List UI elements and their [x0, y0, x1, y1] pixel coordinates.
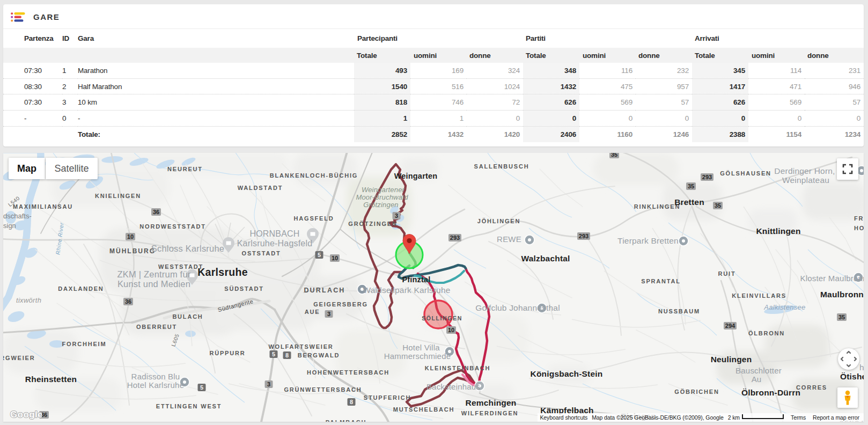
svg-text:Hammerschmiede: Hammerschmiede	[384, 351, 451, 361]
svg-text:Weingarten: Weingarten	[394, 172, 438, 180]
svg-text:Radisson Blu: Radisson Blu	[131, 372, 180, 381]
svg-text:Tierpark Bretten: Tierpark Bretten	[617, 236, 679, 245]
svg-text:Ötishe: Ötishe	[840, 372, 864, 381]
svg-text:35: 35	[688, 183, 694, 189]
svg-text:8: 8	[285, 352, 289, 358]
svg-text:Kunst und Medien: Kunst und Medien	[117, 279, 190, 289]
svg-text:RÜPPURR: RÜPPURR	[210, 350, 246, 356]
svg-text:293: 293	[579, 233, 589, 239]
svg-text:8: 8	[350, 399, 353, 405]
svg-text:GÖBRICHEN: GÖBRICHEN	[674, 389, 719, 395]
svg-text:HOHENWETTERSBACH: HOHENWETTERSBACH	[307, 369, 389, 376]
svg-text:STUPFERICH: STUPFERICH	[364, 394, 411, 401]
svg-text:36: 36	[125, 298, 131, 305]
svg-text:Pfinztal: Pfinztal	[402, 275, 430, 284]
svg-text:HOHENKLI: HOHENKLI	[854, 225, 864, 231]
svg-text:BULACH: BULACH	[172, 313, 203, 320]
svg-text:FREUDE: FREUDE	[854, 215, 864, 222]
svg-text:NEUREUT: NEUREUT	[167, 166, 203, 172]
svg-text:DURLACH: DURLACH	[304, 287, 345, 294]
svg-text:Königsbach-Stein: Königsbach-Stein	[531, 369, 603, 378]
svg-text:5: 5	[200, 384, 203, 391]
svg-text:35: 35	[838, 314, 845, 320]
svg-text:293: 293	[702, 174, 712, 180]
svg-text:MUTSCHELBACH: MUTSCHELBACH	[393, 406, 454, 413]
svg-text:Remchingen: Remchingen	[465, 398, 516, 407]
svg-text:WALDSTADT: WALDSTADT	[238, 185, 283, 191]
svg-text:Bretten: Bretten	[674, 197, 704, 207]
svg-text:JÖHLINGEN: JÖHLINGEN	[477, 218, 520, 224]
svg-text:Rheinstetten: Rheinstetten	[25, 375, 77, 384]
svg-text:PALMBACH: PALMBACH	[326, 419, 367, 422]
svg-text:Weingartener: Weingartener	[362, 186, 405, 194]
svg-text:NUSSBAUM: NUSSBAUM	[658, 308, 700, 314]
svg-text:Aalkistensee: Aalkistensee	[763, 303, 805, 311]
svg-text:35: 35	[611, 153, 617, 158]
svg-text:Karlsruhe-Hagsfeld: Karlsruhe-Hagsfeld	[237, 239, 313, 248]
svg-text:10: 10	[448, 327, 454, 333]
svg-text:tixwörth: tixwörth	[16, 296, 41, 304]
svg-text:Neulingen: Neulingen	[711, 355, 752, 364]
svg-text:SPRANTAL: SPRANTAL	[641, 278, 680, 284]
svg-text:URGWEIER: URGWEIER	[3, 355, 35, 361]
svg-text:Weinplateau: Weinplateau	[782, 175, 829, 185]
svg-text:Karlsruhe: Karlsruhe	[197, 266, 248, 278]
svg-text:Google: Google	[10, 409, 42, 420]
svg-text:SÜDSTADT: SÜDSTADT	[224, 285, 263, 292]
svg-text:BERGWALD: BERGWALD	[298, 352, 340, 358]
svg-text:ETTLINGEN WEST: ETTLINGEN WEST	[156, 403, 222, 409]
svg-text:Derdinger Horn,: Derdinger Horn,	[774, 166, 835, 175]
svg-text:Schloss Karlsruhe: Schloss Karlsruhe	[151, 244, 224, 253]
svg-text:WOLFARTSWEIER: WOLFARTSWEIER	[268, 343, 333, 350]
svg-text:SÖLLINGEN: SÖLLINGEN	[422, 315, 462, 321]
svg-text:dschafts-: dschafts-	[3, 212, 32, 220]
svg-text:BLANKENLOCH-BÜCHIG: BLANKENLOCH-BÜCHIG	[270, 172, 358, 179]
svg-text:OBERREUT: OBERREUT	[136, 324, 177, 330]
svg-text:35: 35	[715, 202, 721, 209]
svg-text:ÖLBRONN: ÖLBRONN	[748, 330, 785, 336]
svg-text:10: 10	[332, 255, 338, 261]
svg-text:Waldseilpark Karlsruhe: Waldseilpark Karlsruhe	[363, 285, 450, 295]
svg-text:Backsteinhaus: Backsteinhaus	[426, 382, 480, 391]
svg-text:KNIELINGEN: KNIELINGEN	[95, 193, 141, 199]
svg-text:OSTSTADT: OSTSTADT	[242, 250, 281, 257]
svg-text:REWE: REWE	[497, 235, 521, 244]
svg-text:Grötzingen: Grötzingen	[363, 201, 399, 209]
svg-text:KLEINSTEINBACH: KLEINSTEINBACH	[425, 365, 490, 371]
svg-text:RUIT: RUIT	[718, 270, 736, 277]
svg-text:Ölbronn-Dürrn: Ölbronn-Dürrn	[741, 388, 800, 397]
svg-text:3: 3	[327, 311, 330, 317]
svg-text:Knittlingen: Knittlingen	[756, 226, 800, 236]
svg-text:DAXLANDEN: DAXLANDEN	[58, 285, 104, 292]
svg-text:FORCHHEIM: FORCHHEIM	[62, 341, 107, 347]
svg-text:WILFERDINGEN: WILFERDINGEN	[461, 410, 519, 416]
svg-text:CORRES: CORRES	[796, 384, 827, 391]
svg-text:10: 10	[127, 233, 134, 240]
svg-text:Golfclub Johannesthal: Golfclub Johannesthal	[475, 303, 560, 312]
svg-text:5: 5	[272, 351, 275, 357]
svg-text:KLEINVILLARS: KLEINVILLARS	[732, 292, 786, 299]
svg-text:Au: Au	[752, 375, 762, 384]
svg-text:MÜHLBURG: MÜHLBURG	[109, 247, 156, 255]
svg-text:GÖLSHAUSEN: GÖLSHAUSEN	[720, 170, 771, 177]
svg-text:5: 5	[318, 252, 321, 258]
svg-text:3: 3	[395, 213, 398, 219]
svg-text:AUE: AUE	[305, 309, 320, 315]
svg-text:Walzbachtal: Walzbachtal	[521, 254, 570, 263]
svg-text:Hotel Karlsruhe: Hotel Karlsruhe	[127, 380, 184, 390]
svg-text:Hotel Villa: Hotel Villa	[402, 343, 440, 352]
svg-text:293: 293	[450, 235, 460, 241]
svg-text:NORDWESTSTADT: NORDWESTSTADT	[139, 223, 205, 230]
svg-text:GRÜNWETTERSBACH: GRÜNWETTERSBACH	[284, 386, 362, 393]
svg-text:SALLENBUSCH: SALLENBUSCH	[474, 163, 529, 170]
svg-text:Maulbronn: Maulbronn	[820, 290, 864, 299]
svg-text:h: h	[859, 363, 864, 372]
svg-text:HAGSFELD: HAGSFELD	[294, 215, 334, 222]
svg-text:RINKLINGEN: RINKLINGEN	[634, 203, 680, 210]
svg-text:Moor-Bruchwald: Moor-Bruchwald	[356, 193, 408, 201]
svg-text:Kloster Maulbronn: Kloster Maulbronn	[800, 274, 864, 283]
svg-text:GEIGERSBERG: GEIGERSBERG	[313, 301, 368, 307]
svg-text:sign: sign	[3, 222, 16, 230]
svg-text:294: 294	[725, 323, 735, 329]
svg-text:HORNBACH: HORNBACH	[249, 229, 299, 238]
